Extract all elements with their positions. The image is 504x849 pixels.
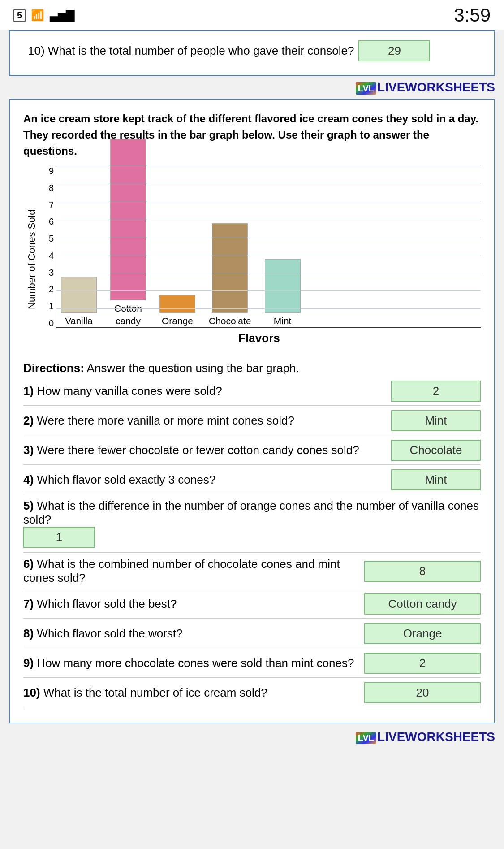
bar-cotton-candy — [110, 139, 146, 300]
qa-question-1: 1) How many vanilla cones were sold? — [23, 384, 387, 398]
status-bar: 5 📶 ▃▅▇ 3:59 — [0, 0, 504, 30]
bar-label-vanilla: Vanilla — [65, 315, 92, 327]
qa-question-6: 6) What is the combined number of chocol… — [23, 557, 360, 585]
qa-answer-4[interactable]: Mint — [391, 469, 481, 490]
chart-container: 0 1 2 3 4 5 6 7 8 9 VanillaCottoncandyOr… — [38, 166, 481, 352]
main-card: An ice cream store kept track of the dif… — [9, 99, 495, 723]
qa-answer-1[interactable]: 2 — [391, 381, 481, 402]
qa-answer-3[interactable]: Chocolate — [391, 440, 481, 461]
top-question-text: 10) What is the total number of people w… — [28, 44, 354, 58]
y-tick-7: 7 — [38, 200, 54, 209]
liveworksheets-logo-bottom: LVLLIVEWORKSHEETS — [9, 730, 495, 744]
qa-answer-9[interactable]: 2 — [364, 653, 481, 674]
bar-group-orange: Orange — [159, 295, 195, 327]
bar-label-mint: Mint — [274, 315, 292, 327]
chart-intro-text: An ice cream store kept track of the dif… — [23, 111, 481, 159]
qa-question-4: 4) Which flavor sold exactly 3 cones? — [23, 473, 387, 487]
x-axis-title: Flavors — [38, 331, 481, 345]
y-tick-1: 1 — [38, 302, 54, 311]
qa-question-3: 3) Were there fewer chocolate or fewer c… — [23, 443, 387, 457]
bar-group-cotton-candy: Cottoncandy — [110, 139, 146, 327]
qa-answer-6[interactable]: 8 — [364, 561, 481, 582]
top-question-row: 10) What is the total number of people w… — [28, 40, 476, 61]
q5-answer[interactable]: 1 — [23, 527, 95, 548]
y-tick-4: 4 — [38, 251, 54, 260]
bar-vanilla — [61, 277, 97, 313]
wifi-icon: 📶 — [31, 9, 44, 22]
y-axis-ticks: 0 1 2 3 4 5 6 7 8 9 — [38, 166, 54, 328]
qa-question-10: 10) What is the total number of ice crea… — [23, 686, 360, 700]
battery-indicator: 5 — [13, 9, 26, 22]
bar-group-vanilla: Vanilla — [61, 277, 97, 327]
lvws-icon-bottom: LVL — [356, 732, 376, 744]
signal-icon: ▃▅▇ — [50, 9, 74, 22]
qa-answer-8[interactable]: Orange — [364, 623, 481, 644]
y-tick-5: 5 — [38, 234, 54, 243]
bar-label-chocolate: Chocolate — [209, 315, 251, 327]
y-tick-8: 8 — [38, 183, 54, 192]
y-tick-3: 3 — [38, 268, 54, 277]
status-left: 5 📶 ▃▅▇ — [13, 9, 74, 22]
bars-area: VanillaCottoncandyOrangeChocolateMint — [56, 166, 481, 328]
questions-1-4: 1) How many vanilla cones were sold?22) … — [23, 381, 481, 494]
qa-question-7: 7) Which flavor sold the best? — [23, 597, 360, 611]
qa-answer-10[interactable]: 20 — [364, 682, 481, 703]
clock: 3:59 — [454, 4, 491, 26]
qa-row-6: 6) What is the combined number of chocol… — [23, 557, 481, 589]
directions-text: Answer the question using the bar graph. — [84, 361, 299, 375]
y-axis-label: Number of Cones Sold — [23, 166, 38, 352]
top-answer-box[interactable]: 29 — [358, 40, 430, 61]
y-tick-2: 2 — [38, 285, 54, 294]
top-section: 10) What is the total number of people w… — [9, 30, 495, 76]
qa-row-4: 4) Which flavor sold exactly 3 cones?Min… — [23, 469, 481, 494]
chart-inner: 0 1 2 3 4 5 6 7 8 9 VanillaCottoncandyOr… — [38, 166, 481, 328]
qa-row-10: 10) What is the total number of ice crea… — [23, 682, 481, 707]
qa-row-3: 3) Were there fewer chocolate or fewer c… — [23, 440, 481, 465]
qa-row-8: 8) Which flavor sold the worst?Orange — [23, 623, 481, 648]
qa-row-9: 9) How many more chocolate cones were so… — [23, 653, 481, 678]
qa-question-2: 2) Were there more vanilla or more mint … — [23, 414, 387, 428]
y-tick-0: 0 — [38, 319, 54, 328]
chart-area: Number of Cones Sold 0 1 2 3 4 5 6 7 8 9 — [23, 166, 481, 352]
bar-mint — [265, 259, 301, 313]
directions: Directions: Answer the question using th… — [23, 361, 481, 375]
qa-answer-2[interactable]: Mint — [391, 410, 481, 431]
bar-group-chocolate: Chocolate — [209, 223, 251, 327]
bar-label-cotton-candy: Cottoncandy — [114, 302, 142, 327]
q5-block: 5) What is the difference in the number … — [23, 499, 481, 548]
y-tick-6: 6 — [38, 217, 54, 226]
qa-row-7: 7) Which flavor sold the best?Cotton can… — [23, 593, 481, 619]
bar-chocolate — [212, 223, 248, 313]
q5-text: What is the difference in the number of … — [23, 499, 479, 526]
directions-label: Directions: — [23, 361, 84, 375]
qa-question-8: 8) Which flavor sold the worst? — [23, 627, 360, 641]
questions-6-10: 6) What is the combined number of chocol… — [23, 557, 481, 707]
qa-row-2: 2) Were there more vanilla or more mint … — [23, 410, 481, 435]
lvws-icon: LVL — [356, 82, 376, 95]
qa-row-1: 1) How many vanilla cones were sold?2 — [23, 381, 481, 406]
q5-num: 5) — [23, 499, 34, 512]
qa-answer-7[interactable]: Cotton candy — [364, 593, 481, 615]
bar-label-orange: Orange — [162, 315, 193, 327]
liveworksheets-logo-top: LVLLIVEWORKSHEETS — [9, 80, 495, 95]
qa-question-9: 9) How many more chocolate cones were so… — [23, 656, 360, 670]
y-tick-9: 9 — [38, 166, 54, 175]
bar-orange — [159, 295, 195, 313]
bar-group-mint: Mint — [265, 259, 301, 327]
